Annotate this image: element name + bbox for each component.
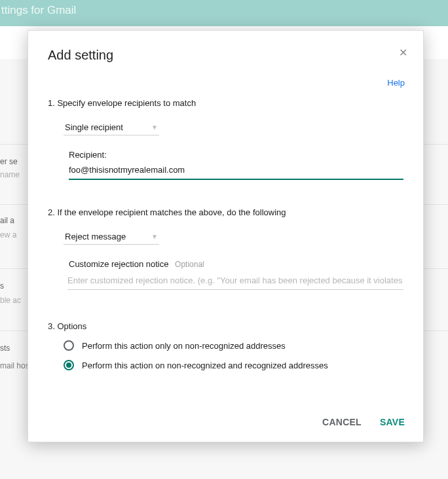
close-icon[interactable]: ✕ [399, 46, 407, 59]
option-label: Perform this action on non-recognized an… [82, 361, 328, 370]
bg-section-label: er se [0, 157, 18, 166]
step2-label: 2. If the envelope recipient matches the… [48, 207, 403, 217]
chevron-down-icon: ▼ [151, 233, 158, 240]
save-button[interactable]: SAVE [380, 417, 405, 427]
radio-icon [64, 360, 74, 370]
bg-section-label: ail a [0, 216, 14, 225]
recipient-field-label: Recipient: [69, 150, 403, 160]
radio-icon [64, 340, 74, 351]
page-header: ttings for Gmail [0, 0, 448, 26]
option-non-recognized-only[interactable]: Perform this action only on non-recogniz… [64, 340, 403, 351]
bg-section-sublabel: name [0, 170, 20, 179]
option-all-addresses[interactable]: Perform this action on non-recognized an… [64, 360, 403, 370]
rejection-notice-input[interactable] [67, 273, 403, 290]
bg-section-sublabel: ew a [0, 230, 16, 240]
recipient-input[interactable] [69, 162, 403, 180]
step3-label: 3. Options [48, 321, 403, 331]
rejection-notice-label: Customize rejection notice [69, 259, 168, 269]
step1-label: 1. Specify envelope recipients to match [48, 98, 403, 108]
bg-section-sublabel: ble ac [0, 296, 21, 305]
help-link[interactable]: Help [387, 78, 405, 88]
action-select[interactable]: Reject message ▼ [64, 229, 159, 245]
option-label: Perform this action only on non-recogniz… [82, 341, 286, 351]
optional-label: Optional [175, 260, 204, 269]
chevron-down-icon: ▼ [151, 124, 158, 131]
bg-section-label: sts [0, 344, 10, 353]
action-select-value: Reject message [65, 232, 126, 241]
cancel-button[interactable]: CANCEL [322, 417, 362, 427]
add-setting-dialog: Add setting ✕ Help 1. Specify envelope r… [28, 30, 424, 442]
recipient-type-select[interactable]: Single recipient ▼ [64, 120, 159, 135]
page-header-title: ttings for Gmail [0, 4, 448, 17]
recipient-type-value: Single recipient [65, 122, 123, 132]
bg-section-label: s [0, 281, 4, 291]
dialog-title: Add setting [48, 48, 403, 63]
